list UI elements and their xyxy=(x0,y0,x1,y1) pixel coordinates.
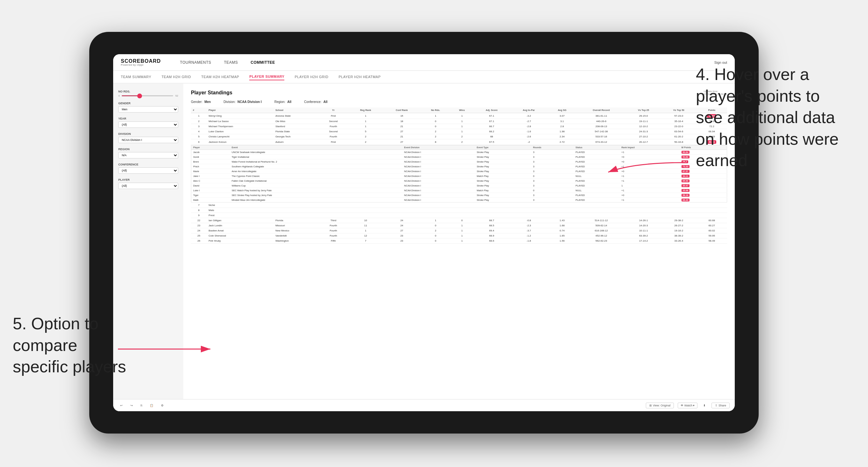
cell-avg-sg: 1.43 xyxy=(548,218,577,223)
cell-vs-top50: 63-54-6 xyxy=(661,129,696,134)
th-avg-sg: Avg SG xyxy=(548,107,577,113)
sidebar-range-min: 4 xyxy=(118,94,120,97)
cell-to-par: -3.2 xyxy=(510,113,547,119)
cell-yr: Fourth xyxy=(319,134,348,139)
cell-no-rds: 8 xyxy=(421,139,451,145)
paste-button[interactable]: 📋 xyxy=(148,403,155,408)
undo-button[interactable]: ↩ xyxy=(118,403,125,408)
tablet-screen: SCOREBOARD Powered by clippi TOURNAMENTS… xyxy=(113,54,735,411)
sidebar-division-select[interactable]: NCAA Division I xyxy=(118,137,178,143)
table-row: 9 Prest xyxy=(191,213,727,218)
tooltip-cell-type: Stroke Play xyxy=(475,179,531,183)
nav-tournaments[interactable]: TOURNAMENTS xyxy=(180,59,211,66)
tooltip-row: Luke I SEC Match Play hosted by Jerry Pa… xyxy=(191,188,727,193)
cell-vs-top50: 50-16-8 xyxy=(661,139,696,145)
cell-to-par: -2.7 xyxy=(510,119,547,124)
tooltip-cell-rounds: 3 xyxy=(531,198,574,203)
tooltip-cell-division: NCAA Division I xyxy=(402,188,475,193)
cell-points[interactable]: 60.27 xyxy=(696,223,727,228)
tooltip-cell-points[interactable]: 56.18 xyxy=(680,193,727,198)
sidebar-region-select[interactable]: N/A xyxy=(118,152,178,158)
tooltip-cell-status: PLAYED xyxy=(574,193,620,198)
top-nav: SCOREBOARD Powered by clippi TOURNAMENTS… xyxy=(113,54,735,71)
cell-adj-score: 67.1 xyxy=(473,113,510,119)
filter-division: Division: NCAA Division I xyxy=(223,100,262,103)
cell-school: Auburn xyxy=(274,139,319,145)
tooltip-cell-player: Breni xyxy=(191,159,230,164)
tooltip-cell-type: Stroke Play xyxy=(475,198,531,203)
nav-committee[interactable]: COMMITTEE xyxy=(251,59,275,66)
sub-nav-player-h2h-grid[interactable]: PLAYER H2H GRID xyxy=(294,74,328,80)
cell-points[interactable]: 60.02 xyxy=(696,228,727,234)
division-label: Division: xyxy=(223,100,236,103)
cell-rank: 3 xyxy=(191,124,207,129)
sidebar-player-select[interactable]: (All) xyxy=(118,183,178,189)
cell-to-par: -1.8 xyxy=(510,239,547,244)
cell-points[interactable]: 60.68 xyxy=(696,218,727,223)
sub-nav-player-summary[interactable]: PLAYER SUMMARY xyxy=(249,73,284,80)
tooltip-cell-rounds: 0 xyxy=(531,188,574,193)
tooltip-cell-division: NCAA Division I xyxy=(402,155,475,159)
cell-adj-score: 68.5 xyxy=(473,223,510,228)
share-button[interactable]: ⇧ Share xyxy=(712,403,730,408)
view-original-button[interactable]: ⊞ View: Original xyxy=(646,403,674,408)
cell-player: Bastien Amat xyxy=(207,228,274,234)
tooltip-cell-points[interactable]: 30.47 xyxy=(680,183,727,188)
tooltip-cell-type: Stroke Play xyxy=(475,159,531,164)
cell-avg-sg: 0.74 xyxy=(548,228,577,234)
tooltip-cell-rounds: 3 xyxy=(531,150,574,155)
cell-wins: 1 xyxy=(451,223,473,228)
logo-title: SCOREBOARD xyxy=(121,59,161,64)
cell-player: Cole Sherwood xyxy=(207,234,274,239)
th-to-par: Avg to-Par xyxy=(510,107,547,113)
cell-adj-score: 69.4 xyxy=(473,228,510,234)
tooltip-cell-event: Wake Forest Invitational at Pinehurst No… xyxy=(230,159,402,164)
cell-no-rds: 0 xyxy=(421,234,451,239)
tooltip-cell-points[interactable]: 66.40 xyxy=(680,198,727,203)
tooltip-cell-player: Gordi xyxy=(191,155,230,159)
gender-label: Gender: xyxy=(191,100,203,103)
cell-player: Ian Gilligan xyxy=(207,218,274,223)
sidebar-year-select[interactable]: (All) xyxy=(118,121,178,128)
download-button[interactable]: ⬇ xyxy=(701,403,708,408)
cell-avg-sg: 1.98 xyxy=(548,129,577,134)
sidebar-region-label: Region xyxy=(118,148,178,151)
cell-vs-top50: 19-16-2 xyxy=(661,228,696,234)
sidebar-gender-select[interactable]: Men xyxy=(118,106,178,113)
cell-yr: Fourth xyxy=(319,223,348,228)
table-row: 3 Michael Thorbjornsen Stanford Fourth 1… xyxy=(191,124,727,129)
table-head: # Player School Yr Reg Rank Conf Rank No… xyxy=(191,107,727,113)
tooltip-cell-player: David xyxy=(191,183,230,188)
cell-to-par: -2.3 xyxy=(510,223,547,228)
cell-rank: 1 xyxy=(191,113,207,119)
tooltip-cell-type: Match Play xyxy=(475,188,531,193)
settings-button[interactable]: ⚙ xyxy=(159,403,165,408)
cell-yr: First xyxy=(319,113,348,119)
copy-button[interactable]: ⎘ xyxy=(139,403,144,408)
cell-points[interactable]: 58.49 xyxy=(696,239,727,244)
cell-player: Christo Lamprecht xyxy=(207,134,274,139)
cell-points[interactable]: 59.95 xyxy=(696,234,727,239)
sidebar-range-input[interactable] xyxy=(121,95,174,96)
cell-adj-score: 68.9 xyxy=(473,234,510,239)
cell-player: Michael La Sasso xyxy=(207,119,274,124)
tooltip-row: Tiger SEC Stroke Play hosted by Jerry Pa… xyxy=(191,193,727,198)
redo-button[interactable]: ↪ xyxy=(128,403,135,408)
region-value: All xyxy=(287,100,291,103)
cell-vs-top25: 12-10-2 xyxy=(626,124,661,129)
cell-vs-top50: 35-16-4 xyxy=(661,119,696,124)
sub-nav-team-h2h-heatmap[interactable]: TEAM H2H HEATMAP xyxy=(201,74,239,80)
nav-teams[interactable]: TEAMS xyxy=(224,59,238,66)
sub-nav-team-h2h-grid[interactable]: TEAM H2H GRID xyxy=(162,74,191,80)
sidebar-conference-section: Conference (All) xyxy=(118,163,178,174)
sub-nav-team-summary[interactable]: TEAM SUMMARY xyxy=(121,74,151,80)
cell-record: 514-111-12 xyxy=(577,218,626,223)
annotation-top-right: 4. Hover over a player's points to see a… xyxy=(696,64,849,172)
watch-button[interactable]: 👁 Watch ▾ xyxy=(678,403,698,408)
sub-nav-player-h2h-heatmap[interactable]: PLAYER H2H HEATMAP xyxy=(339,74,381,80)
tooltip-cell-points[interactable]: 35.98 xyxy=(680,188,727,193)
cell-player: Wenyi Ding xyxy=(207,113,274,119)
cell-adj-score: 68.6 xyxy=(473,239,510,244)
sidebar-conference-select[interactable]: (All) xyxy=(118,167,178,174)
tooltip-cell-event: Fallen Oak Collegiate Invitational xyxy=(230,179,402,183)
